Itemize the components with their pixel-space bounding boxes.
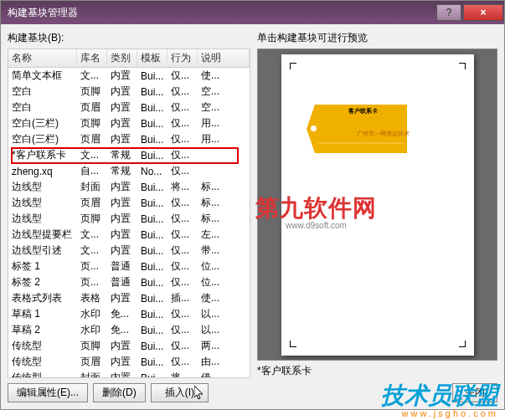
table-cell: 标... <box>198 180 250 194</box>
table-row[interactable]: 边线型页眉内置Bui...仅...标... <box>8 195 250 211</box>
table-cell: Bui... <box>137 293 167 305</box>
table-cell: 内置 <box>107 339 137 353</box>
table-cell: Bui... <box>137 341 167 352</box>
table-cell: 页眉 <box>77 100 107 115</box>
table-cell: 标... <box>198 196 250 210</box>
table-cell: 内置 <box>107 85 137 99</box>
table-cell: 普通 <box>107 275 137 289</box>
table-cell: 空白 <box>8 100 77 115</box>
table-row[interactable]: 边线型提要栏文...内置Bui...仅...左... <box>8 227 250 243</box>
table-row[interactable]: 草稿 2水印免...Bui...仅...以... <box>8 322 250 338</box>
table-cell: 封面 <box>77 371 107 378</box>
table-row[interactable]: 草稿 1水印免...Bui...仅...以... <box>8 306 250 322</box>
left-panel: 构建基块(B): 名称 库名 类别 模板 行为 说明 简单文本框文...内置Bu… <box>8 31 250 402</box>
table-cell: 传统型 <box>8 355 77 369</box>
table-cell: 内置 <box>107 355 137 369</box>
building-blocks-table[interactable]: 名称 库名 类别 模板 行为 说明 简单文本框文...内置Bui...仅...使… <box>8 49 250 378</box>
table-cell: 以... <box>198 307 250 321</box>
table-row[interactable]: 边线型引述文...内置Bui...仅...带... <box>8 243 250 259</box>
table-cell: 文... <box>77 69 107 83</box>
table-cell: Bui... <box>137 182 167 193</box>
table-cell: 仅... <box>167 259 198 274</box>
tag-bar <box>318 142 404 144</box>
table-cell: 页... <box>77 275 107 289</box>
table-cell: 将... <box>167 180 198 194</box>
table-row[interactable]: 传统型页脚内置Bui...仅...两... <box>8 338 250 354</box>
table-cell: 使... <box>198 291 250 305</box>
table-cell: 位... <box>198 259 250 274</box>
table-row[interactable]: 边线型页脚内置Bui...仅...标... <box>8 211 250 227</box>
dialog-content: 构建基块(B): 名称 库名 类别 模板 行为 说明 简单文本框文...内置Bu… <box>1 24 504 409</box>
table-cell: zheng.xq <box>8 166 77 177</box>
col-name[interactable]: 名称 <box>8 49 77 67</box>
table-row[interactable]: 标签 2页...普通Bui...仅...位... <box>8 274 250 290</box>
table-row[interactable]: 空白(三栏)页眉内置Bui...仅...用... <box>8 131 250 147</box>
table-body: 简单文本框文...内置Bui...仅...使...空白页脚内置Bui...仅..… <box>8 68 250 378</box>
crop-mark-tr <box>459 63 466 69</box>
table-cell: 边线型 <box>8 196 77 210</box>
watermark-blue-text: 技术员联盟 <box>381 380 498 412</box>
insert-button-label: 插入(I) <box>165 387 194 398</box>
table-cell: 内置 <box>107 132 137 146</box>
table-cell: 页眉 <box>77 355 107 369</box>
table-row[interactable]: 标签 1页...普通Bui...仅...位... <box>8 259 250 274</box>
table-cell: 水印 <box>77 307 107 321</box>
table-cell: 标... <box>198 212 250 226</box>
table-cell: 标签 1 <box>8 259 77 274</box>
table-cell: 表格 <box>77 291 107 305</box>
table-cell: 用... <box>198 116 250 131</box>
table-row[interactable]: 空白页眉内置Bui...仅...空... <box>8 100 250 115</box>
watermark-red-text: 第九软件网 <box>255 192 377 224</box>
table-cell: 带... <box>198 243 250 258</box>
table-cell: *客户联系卡 <box>8 148 77 162</box>
table-row[interactable]: *客户联系卡文...常规Bui...仅... <box>8 147 250 163</box>
table-row[interactable]: 空白页脚内置Bui...仅...空... <box>8 84 250 100</box>
table-cell: 水印 <box>77 323 107 337</box>
titlebar[interactable]: 构建基块管理器 ? × <box>1 1 504 24</box>
table-cell: 边线型引述 <box>8 243 77 258</box>
table-row[interactable]: 边线型封面内置Bui...将...标... <box>8 179 250 195</box>
table-cell: 空白(三栏) <box>8 132 77 146</box>
table-cell: Bui... <box>137 245 167 257</box>
table-cell: 由... <box>198 355 250 369</box>
table-row[interactable]: 表格式列表表格内置Bui...插...使... <box>8 290 250 306</box>
preview-label: 单击构建基块可进行预览 <box>257 31 497 45</box>
close-window-button[interactable]: × <box>463 4 503 21</box>
delete-button[interactable]: 删除(D) <box>93 383 146 402</box>
table-cell: 页... <box>77 259 107 274</box>
col-desc[interactable]: 说明 <box>198 49 250 67</box>
table-row[interactable]: 传统型页眉内置Bui...仅...由... <box>8 354 250 370</box>
crop-mark-br <box>459 341 466 347</box>
table-row[interactable]: 简单文本框文...内置Bui...仅...使... <box>8 68 250 84</box>
col-behavior[interactable]: 行为 <box>167 49 198 67</box>
table-cell: 内置 <box>107 69 137 83</box>
table-cell: 内置 <box>107 371 137 378</box>
table-cell: 使... <box>198 69 250 83</box>
table-cell: Bui... <box>137 277 167 289</box>
tag-hole <box>311 125 317 131</box>
col-category[interactable]: 类别 <box>107 49 137 67</box>
col-template[interactable]: 模板 <box>137 49 167 67</box>
table-cell: 页脚 <box>77 116 107 131</box>
table-cell: 借... <box>198 371 250 378</box>
help-icon: ? <box>446 7 452 18</box>
table-cell: 文... <box>77 243 107 258</box>
table-cell: 标签 2 <box>8 275 77 289</box>
table-row[interactable]: 空白(三栏)页脚内置Bui...仅...用... <box>8 115 250 131</box>
table-cell: 简单文本框 <box>8 69 77 83</box>
col-library[interactable]: 库名 <box>77 49 107 67</box>
table-cell: 页脚 <box>77 212 107 226</box>
table-cell: Bui... <box>137 118 167 130</box>
table-cell: 常规 <box>107 164 137 178</box>
table-cell: 仅... <box>167 85 198 99</box>
button-row: 编辑属性(E)... 删除(D) 插入(I) <box>8 383 250 402</box>
table-cell: 文... <box>77 148 107 162</box>
help-button[interactable]: ? <box>436 4 461 21</box>
table-cell: 封面 <box>77 180 107 194</box>
table-row[interactable]: 传统型封面内置Bui...将...借... <box>8 370 250 378</box>
table-row[interactable]: zheng.xq自...常规No...仅... <box>8 163 250 179</box>
building-blocks-label: 构建基块(B): <box>8 31 250 45</box>
edit-properties-button[interactable]: 编辑属性(E)... <box>8 383 88 402</box>
crop-mark-bl <box>290 341 296 347</box>
insert-button[interactable]: 插入(I) <box>151 383 209 402</box>
